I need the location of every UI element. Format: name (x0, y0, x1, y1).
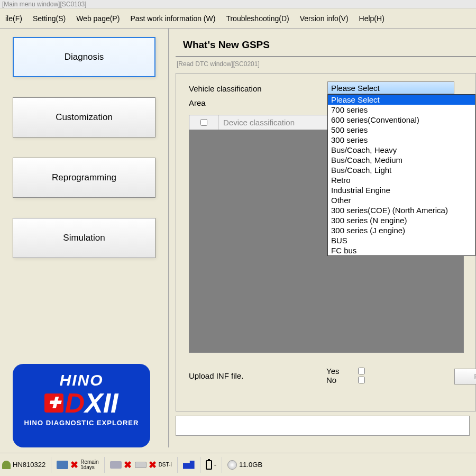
window-title: [Main menu window][SC0103] (0, 0, 476, 8)
logo: HINO ✚DXII HINO DIAGNOSTIC EXPLORER (13, 364, 150, 447)
read-button[interactable]: Rea (454, 369, 476, 385)
option-other[interactable]: Other (328, 195, 475, 205)
status-network: ✖ Remain1days (57, 459, 98, 471)
table-header-checkbox[interactable] (189, 115, 219, 130)
diagnosis-button[interactable]: Diagnosis (13, 37, 155, 77)
menu-file[interactable]: ile(F) (0, 12, 28, 25)
laptop-icon (110, 461, 122, 469)
option-retro[interactable]: Retro (328, 175, 475, 185)
read-dtc-title: [Read DTC window][SC0201] (176, 57, 476, 69)
menu-webpage[interactable]: Web page(P) (71, 12, 125, 25)
upload-yes-checkbox[interactable] (358, 368, 365, 374)
content-box: Vehicle classification Area Please Selec… (176, 73, 476, 411)
option-bus[interactable]: BUS (328, 235, 475, 245)
upload-inf-label: Upload INF file. (189, 371, 326, 380)
menu-pastwork[interactable]: Past work information (W) (125, 12, 221, 25)
reprogramming-button[interactable]: Reprogramming (13, 158, 155, 198)
option-700-series[interactable]: 700 series (328, 105, 475, 115)
logo-product: ✚DXII (44, 389, 118, 417)
option-industrial[interactable]: Industrial Engine (328, 185, 475, 195)
upload-no-checkbox[interactable] (358, 377, 365, 383)
redx-icon: ✖ (149, 459, 157, 471)
vehicle-classification-select[interactable]: Please Select (327, 81, 454, 94)
option-300-n[interactable]: 300 series (N engine) (328, 215, 475, 225)
status-user: HN810322 (2, 461, 45, 469)
menu-troubleshooting[interactable]: Troubleshooting(D) (221, 12, 294, 25)
vehicle-classification-label: Vehicle classification (189, 84, 326, 93)
status-disk: 11.0GB (227, 460, 262, 470)
disk-icon (227, 460, 237, 470)
whats-new-heading: What's New GSPS (176, 36, 476, 57)
battery-value: - (214, 461, 216, 469)
option-300-series[interactable]: 300 series (328, 135, 475, 145)
option-500-series[interactable]: 500 series (328, 125, 475, 135)
status-user-id: HN810322 (13, 461, 45, 469)
menu-version[interactable]: Version info(V) (295, 12, 354, 25)
status-battery: - (206, 460, 216, 470)
option-300-coe-na[interactable]: 300 series(COE) (North America) (328, 205, 475, 215)
no-label: No (326, 376, 347, 385)
menu-bar: ile(F) Setting(S) Web page(P) Past work … (0, 8, 476, 29)
remain-label: Remain (80, 460, 98, 465)
dsti-label: DST-i (159, 462, 172, 468)
truck-icon (183, 461, 195, 469)
redx-icon: ✖ (124, 459, 132, 471)
customization-button[interactable]: Customization (13, 97, 155, 138)
status-laptop: ✖ (110, 459, 132, 471)
remain-value: 1days (80, 465, 98, 470)
menu-setting[interactable]: Setting(S) (28, 12, 71, 25)
network-icon (57, 461, 68, 469)
vehicle-classification-options: Please Select 700 series 600 series(Conv… (327, 94, 475, 256)
area-label: Area (189, 98, 326, 107)
simulation-button[interactable]: Simulation (13, 218, 155, 258)
option-bus-medium[interactable]: Bus/Coach, Medium (328, 155, 475, 165)
disk-value: 11.0GB (239, 461, 262, 469)
redx-icon: ✖ (70, 459, 78, 471)
yes-label: Yes (326, 367, 347, 376)
logo-brand: HINO (60, 371, 104, 389)
drive-icon (135, 462, 147, 468)
right-panel: What's New GSPS [Read DTC window][SC0201… (169, 29, 476, 447)
option-please-select[interactable]: Please Select (328, 95, 475, 105)
main-area: Diagnosis Customization Reprogramming Si… (0, 29, 476, 447)
bottom-text-area (176, 416, 470, 436)
option-bus-light[interactable]: Bus/Coach, Light (328, 165, 475, 175)
menu-help[interactable]: Help(H) (354, 12, 390, 25)
option-fc-bus[interactable]: FC bus (328, 245, 475, 255)
status-dsti: ✖ DST-i (135, 459, 172, 471)
left-panel: Diagnosis Customization Reprogramming Si… (0, 29, 169, 447)
status-truck (183, 461, 195, 469)
logo-sub: HINO DIAGNOSTIC EXPLORER (24, 419, 139, 427)
option-300-j[interactable]: 300 series (J engine) (328, 225, 475, 235)
person-icon (2, 461, 11, 469)
status-bar: HN810322 ✖ Remain1days ✖ ✖ DST-i - 11.0G… (0, 453, 476, 476)
select-all-checkbox[interactable] (200, 119, 207, 126)
battery-icon (206, 460, 212, 470)
option-600-series[interactable]: 600 series(Conventional) (328, 115, 475, 125)
option-bus-heavy[interactable]: Bus/Coach, Heavy (328, 145, 475, 155)
